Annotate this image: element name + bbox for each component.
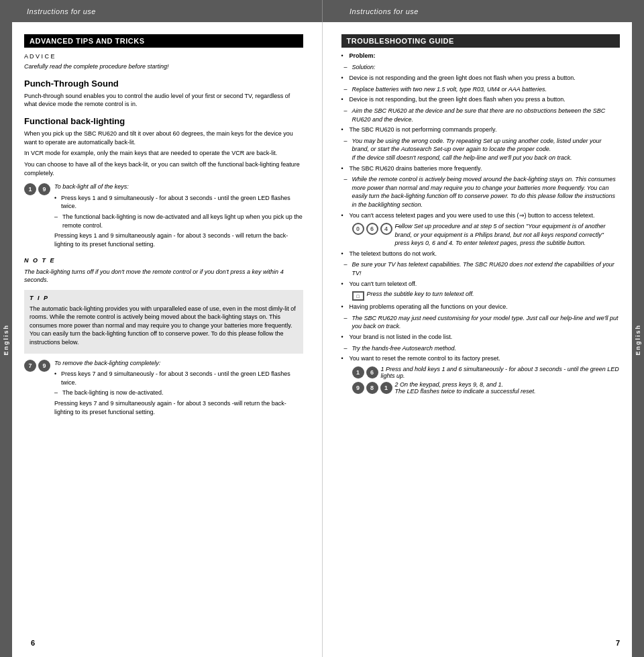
trouble-item-2: Device is not responding, but the green …	[341, 95, 621, 104]
trouble-dash-6: Be sure your TV has teletext capabilitie…	[341, 260, 621, 277]
trouble-dash-10b-row: 9 8 1 2 On the keypad, press keys 9, 8, …	[341, 381, 621, 395]
back-all-bullet-list: Press keys 1 and 9 simultaneously - for …	[54, 194, 303, 211]
remove-section: 7 9 To remove the back-lighting complete…	[24, 359, 303, 419]
trouble-item-6: The teletext buttons do not work.	[341, 250, 621, 258]
functional-p2: In VCR mode for example, only the main k…	[24, 149, 303, 158]
sidebar-left-label: English	[3, 324, 9, 356]
key-badge-9: 9	[38, 183, 50, 195]
key-badge-1: 1	[24, 183, 36, 195]
tip-text: The automatic back-lighting provides you…	[30, 305, 298, 347]
reset-key-badges-2: 9 8 1	[352, 382, 392, 394]
back-all-bullet: Press keys 1 and 9 simultaneously - for …	[54, 194, 303, 211]
remove-dash-list: The back-lighting is now de-activated.	[54, 389, 303, 397]
trouble-dash-5: Follow Set up procedure and at step 5 of…	[395, 222, 621, 248]
back-all-key-badges: 1 9	[24, 183, 50, 195]
page-right: TROUBLESHOOTING GUIDE Problem: Solution:…	[323, 22, 633, 657]
reset-key-badges-1: 1 6	[352, 366, 378, 378]
key-badge-8: 8	[366, 382, 378, 394]
key-badge-1c: 1	[380, 382, 392, 394]
functional-title: Functional back-lighting	[24, 115, 303, 128]
trouble-dash-10b: 2 On the keypad, press keys 9, 8, and 1.…	[395, 381, 536, 395]
teletext-key-badges: 0 6 4	[352, 223, 392, 235]
right-section-header: TROUBLESHOOTING GUIDE	[341, 34, 621, 48]
trouble-dash-2: Aim the SBC RU620 at the device and be s…	[341, 107, 621, 123]
top-header: Instructions for use Instructions for us…	[0, 0, 644, 22]
sidebar-right: English	[632, 22, 644, 657]
trouble-dash-10a: 1 Press and hold keys 1 and 6 simultaneo…	[381, 366, 621, 379]
trouble-item-1: Device is not responding and the green l…	[341, 74, 621, 83]
key-badge-0: 0	[352, 223, 364, 235]
note-text: The back-lighting turns off if you don't…	[24, 268, 303, 285]
trouble-dash-10a-row: 1 6 1 Press and hold keys 1 and 6 simult…	[341, 366, 621, 379]
trouble-item-5: You can't access teletext pages and you …	[341, 211, 621, 220]
problem-solution-header: Problem: Solution:	[341, 52, 621, 71]
note-box: N O T E The back-lighting turns off if y…	[24, 256, 303, 285]
key-badge-7: 7	[24, 360, 36, 372]
key-badge-4: 4	[380, 223, 392, 235]
left-page-number: 6	[31, 639, 35, 647]
remove-p2: Pressing keys 7 and 9 simultaneously aga…	[54, 399, 303, 416]
trouble-dash-7: Press the subtitle key to turn teletext …	[367, 291, 474, 297]
problem-label: Problem:	[341, 52, 621, 60]
key-badge-6b: 6	[366, 366, 378, 378]
header-left-title: Instructions for use	[27, 7, 96, 15]
punch-through-title: Punch-Through Sound	[24, 78, 303, 90]
functional-p1: When you pick up the SBC RU620 and tilt …	[24, 130, 303, 146]
trouble-item-4: The SBC RU620 drains batteries more freq…	[341, 164, 621, 173]
back-all-dash-list: The functional back-lighting is now de-a…	[54, 213, 303, 230]
solution-label: Solution:	[341, 63, 621, 72]
header-right: Instructions for use	[322, 0, 644, 22]
note-title: N O T E	[24, 256, 303, 265]
advice-title: A D V I C E	[24, 52, 303, 60]
tip-box: T I P The automatic back-lighting provid…	[24, 290, 303, 354]
back-all-dash: The functional back-lighting is now de-a…	[54, 213, 303, 230]
trouble-dash-7-row: □ Press the subtitle key to turn teletex…	[341, 291, 621, 301]
subtitle-icon: □	[352, 291, 364, 301]
remove-bullet: Press keys 7 and 9 simultaneously - for …	[54, 370, 303, 387]
page-left: ADVANCED TIPS AND TRICKS A D V I C E Car…	[12, 22, 323, 657]
back-all-p2: Pressing keys 1 and 9 simultaneously aga…	[54, 232, 303, 248]
trouble-item-8: Having problems operating all the functi…	[341, 303, 621, 311]
trouble-dash-3: You may be using the wrong code. Try rep…	[341, 137, 621, 162]
sidebar-right-label: English	[635, 324, 641, 356]
left-section-header: ADVANCED TIPS AND TRICKS	[24, 34, 303, 48]
sidebar-left: English	[0, 22, 12, 657]
header-left: Instructions for use	[0, 0, 322, 22]
header-right-title: Instructions for use	[350, 7, 419, 15]
back-all-title: To back-light all of the keys:	[54, 183, 303, 191]
key-badge-1b: 1	[352, 366, 364, 378]
trouble-item-3: The SBC RU620 is not performing commands…	[341, 125, 621, 134]
trouble-dash-1: Replace batteries with two new 1.5 volt,…	[341, 85, 621, 94]
remove-content: To remove the back-lighting completely: …	[54, 359, 303, 419]
remove-dash: The back-lighting is now de-activated.	[54, 389, 303, 397]
trouble-dash-4: While the remote control is actively bei…	[341, 175, 621, 209]
back-all-content: To back-light all of the keys: Press key…	[54, 183, 303, 251]
key-badge-9b: 9	[38, 360, 50, 372]
back-all-section: 1 9 To back-light all of the keys: Press…	[24, 183, 303, 251]
punch-through-text: Punch-through sound enables you to contr…	[24, 92, 303, 109]
trouble-item-7: You can't turn teletext off.	[341, 280, 621, 289]
trouble-dash-5-row: 0 6 4 Follow Set up procedure and at ste…	[341, 222, 621, 248]
trouble-dash-9: Try the hands-free Autosearch method.	[341, 344, 621, 353]
main-content: English ADVANCED TIPS AND TRICKS A D V I…	[0, 22, 644, 657]
remove-bullet-list: Press keys 7 and 9 simultaneously - for …	[54, 370, 303, 387]
remove-key-badges: 7 9	[24, 360, 50, 372]
tip-title: T I P	[30, 294, 298, 303]
trouble-item-9: Your brand is not listed in the code lis…	[341, 333, 621, 342]
key-badge-9c: 9	[352, 382, 364, 394]
key-badge-6: 6	[366, 223, 378, 235]
right-page-number: 7	[616, 639, 620, 647]
trouble-dash-8: The SBC RU620 may just need customising …	[341, 314, 621, 331]
functional-p3: You can choose to have all of the keys b…	[24, 160, 303, 177]
trouble-item-10: You want to reset the remote control to …	[341, 354, 621, 363]
remove-title: To remove the back-lighting completely:	[54, 359, 303, 368]
advice-text: Carefully read the complete procedure be…	[24, 62, 303, 71]
